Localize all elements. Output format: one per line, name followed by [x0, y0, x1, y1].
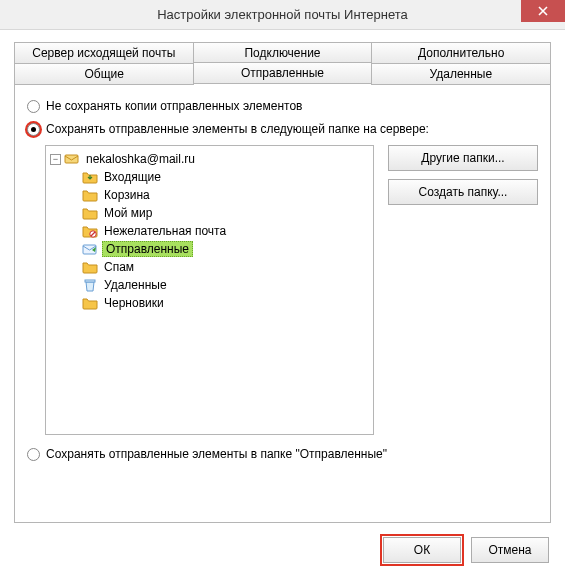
junk-icon — [82, 224, 98, 238]
tree-item-label: Удаленные — [102, 278, 169, 292]
tree-item-label: Нежелательная почта — [102, 224, 228, 238]
folder-icon — [82, 260, 98, 274]
deleted-icon — [82, 278, 98, 292]
tree-item-label: Спам — [102, 260, 136, 274]
tab-general[interactable]: Общие — [14, 63, 194, 85]
close-button[interactable] — [521, 0, 565, 22]
ok-button[interactable]: ОК — [383, 537, 461, 563]
tree-item[interactable]: Удаленные — [66, 276, 371, 294]
tree-item-label: Отправленные — [102, 241, 193, 257]
tab-sent-items-wrap: Отправленные — [193, 63, 371, 85]
tree-item-label: Корзина — [102, 188, 152, 202]
content-area: Сервер исходящей почты Подключение Допол… — [0, 30, 565, 533]
tree-line-icon — [68, 226, 79, 237]
radio-icon — [27, 123, 40, 136]
close-icon — [538, 6, 548, 16]
tree-line-icon — [68, 262, 79, 273]
radio-save-in-folder[interactable]: Сохранять отправленные элементы в следую… — [27, 122, 538, 137]
tree-item[interactable]: Мой мир — [66, 204, 371, 222]
tree-line-icon — [68, 190, 79, 201]
radio-icon — [27, 448, 40, 461]
folder-icon — [82, 296, 98, 310]
svg-rect-0 — [65, 155, 78, 163]
radio-icon — [27, 100, 40, 113]
tab-connection[interactable]: Подключение — [193, 42, 373, 64]
dialog-buttons: ОК Отмена — [383, 537, 549, 563]
other-folders-button[interactable]: Другие папки... — [388, 145, 538, 171]
tab-sent-items[interactable]: Отправленные — [193, 62, 371, 84]
tree-item-label: Входящие — [102, 170, 163, 184]
titlebar: Настройки электронной почты Интернета — [0, 0, 565, 30]
radio-no-save[interactable]: Не сохранять копии отправленных элементо… — [27, 99, 538, 114]
radio-label: Не сохранять копии отправленных элементо… — [46, 99, 302, 114]
tree-root-label: nekaloshka@mail.ru — [84, 152, 197, 166]
tab-strip: Сервер исходящей почты Подключение Допол… — [14, 42, 551, 85]
tab-panel-sent: Не сохранять копии отправленных элементо… — [14, 85, 551, 523]
radio-label: Сохранять отправленные элементы в папке … — [46, 447, 387, 462]
tree-item-label: Мой мир — [102, 206, 154, 220]
tree-item-label: Черновики — [102, 296, 166, 310]
tree-line-icon — [68, 172, 79, 183]
mailbox-icon — [64, 152, 80, 166]
tree-line-icon — [68, 244, 79, 255]
radio-label: Сохранять отправленные элементы в следую… — [46, 122, 429, 137]
cancel-button[interactable]: Отмена — [471, 537, 549, 563]
svg-rect-3 — [85, 280, 95, 282]
tree-root-row[interactable]: − nekaloshka@mail.ru — [48, 150, 371, 168]
folder-side-buttons: Другие папки... Создать папку... — [388, 145, 538, 205]
folder-icon — [82, 206, 98, 220]
collapse-icon[interactable]: − — [50, 154, 61, 165]
tab-advanced[interactable]: Дополнительно — [371, 42, 551, 64]
inbox-icon — [82, 170, 98, 184]
folder-selector-area: − nekaloshka@mail.ru ВходящиеКорзинаМой … — [27, 145, 538, 435]
tree-line-icon — [68, 208, 79, 219]
sent-icon — [82, 242, 98, 256]
folder-icon — [82, 188, 98, 202]
tree-item[interactable]: Спам — [66, 258, 371, 276]
tree-item[interactable]: Корзина — [66, 186, 371, 204]
window-title: Настройки электронной почты Интернета — [157, 7, 408, 22]
tree-item[interactable]: Черновики — [66, 294, 371, 312]
folder-tree[interactable]: − nekaloshka@mail.ru ВходящиеКорзинаМой … — [45, 145, 374, 435]
tree-line-icon — [68, 280, 79, 291]
dialog-window: Настройки электронной почты Интернета Се… — [0, 0, 565, 577]
tree-item[interactable]: Входящие — [66, 168, 371, 186]
tab-outgoing-server[interactable]: Сервер исходящей почты — [14, 42, 194, 64]
tree-item[interactable]: Отправленные — [66, 240, 371, 258]
tab-deleted-items[interactable]: Удаленные — [371, 63, 551, 85]
tree-item[interactable]: Нежелательная почта — [66, 222, 371, 240]
tree-children: ВходящиеКорзинаМой мирНежелательная почт… — [48, 168, 371, 312]
tree-line-icon — [68, 298, 79, 309]
radio-save-in-sent[interactable]: Сохранять отправленные элементы в папке … — [27, 447, 538, 462]
create-folder-button[interactable]: Создать папку... — [388, 179, 538, 205]
